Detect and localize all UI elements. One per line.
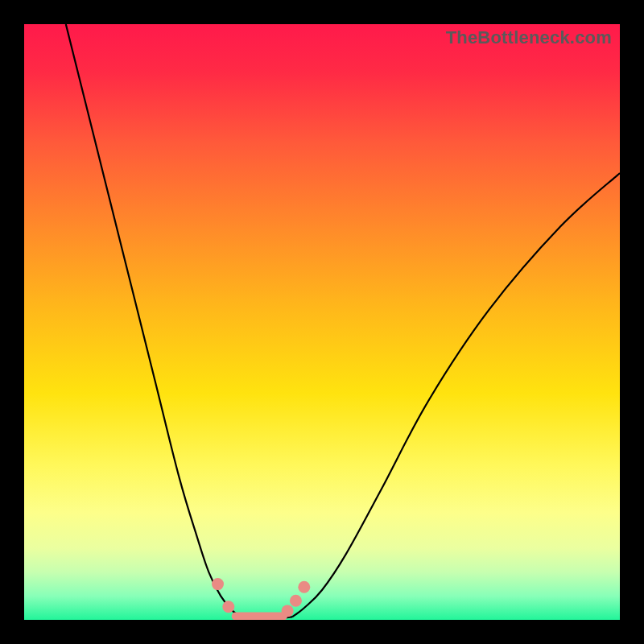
- left-curve: [66, 24, 242, 617]
- marker-group: [212, 578, 310, 617]
- right-curve: [292, 173, 620, 617]
- data-marker: [298, 581, 310, 593]
- data-marker: [222, 601, 234, 613]
- data-marker: [290, 595, 302, 607]
- chart-canvas: TheBottleneck.com: [0, 0, 644, 644]
- data-marker: [212, 578, 224, 590]
- plot-area: TheBottleneck.com: [24, 24, 620, 620]
- data-marker: [282, 605, 294, 617]
- curve-layer: [24, 24, 620, 620]
